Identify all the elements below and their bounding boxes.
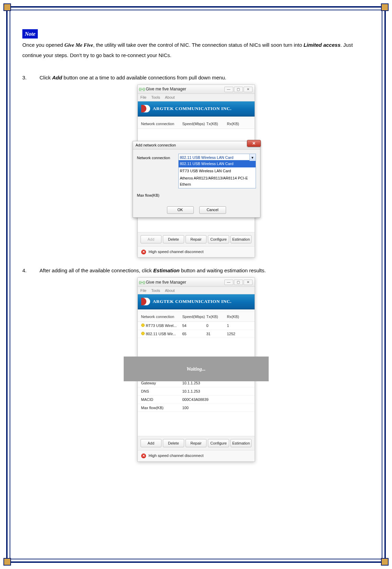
close-button[interactable]: ✕ (244, 87, 253, 92)
figure-1: ((•)) Give me five Manager — ▢ ✕ File To… (22, 85, 370, 258)
corner-ornament (3, 3, 11, 11)
window-title: Give me five Manager (146, 86, 186, 92)
step-4: 4. After adding all of the available con… (22, 266, 370, 275)
page: Note Once you opened Give Me Five, the u… (0, 0, 392, 569)
status-bar: ✕ High speed channel disconnect (138, 450, 255, 461)
close-button[interactable]: ✕ (244, 280, 253, 285)
toolbar: Add Delete Repair Configure Estimation (138, 436, 255, 450)
col-network: Network connection (141, 314, 182, 320)
corner-ornament (381, 558, 389, 566)
dialog-button-row: OK Cancel (133, 205, 260, 217)
menu-about[interactable]: About (165, 94, 175, 101)
col-speed: Speed(Mbps) (182, 314, 206, 320)
estimation-button[interactable]: Estimation (231, 235, 252, 243)
content: Note Once you opened Give Me Five, the u… (22, 29, 370, 462)
table-row[interactable]: 802.11 USB Wir... 65 31 1252 (138, 330, 255, 338)
step-text: Click Add button one at a time to add av… (40, 74, 226, 82)
combo-option[interactable]: Atheros AR8121/AR8113/AR8114 PCI-E Ether… (179, 175, 256, 188)
step-text: After adding all of the available connec… (40, 266, 266, 275)
col-rx: Rx(KB) (227, 121, 248, 127)
waiting-overlay: Waiting... (124, 357, 269, 381)
app-icon: ((•)) (140, 280, 145, 285)
delete-button[interactable]: Delete (163, 439, 184, 447)
note-block: Note Once you opened Give Me Five, the u… (22, 29, 370, 61)
text: button one at a time to add available co… (62, 75, 226, 80)
menu-file[interactable]: File (141, 94, 147, 101)
minimize-button[interactable]: — (224, 87, 233, 92)
info-row: Max flow(KB)100 (138, 404, 255, 412)
info-val: 10.1.1.253 (182, 388, 251, 395)
logo-icon (141, 105, 150, 112)
maximize-button[interactable]: ▢ (234, 87, 243, 92)
brand-banner: ARGTEK COMMUNICATION INC. (138, 101, 255, 117)
estimation-word: Estimation (153, 267, 180, 273)
cell-tx: 0 (206, 322, 227, 329)
add-button[interactable]: Add (141, 439, 162, 447)
table-header: Network connection Speed(Mbps) Tx(KB) Rx… (138, 312, 255, 322)
window-title: Give me five Manager (146, 279, 186, 286)
menu-tools[interactable]: Tools (151, 94, 160, 101)
cell-rx: 1252 (227, 331, 248, 337)
estimation-button[interactable]: Estimation (231, 439, 252, 447)
corner-ornament (3, 558, 11, 566)
table-row[interactable]: RT73 USB Wirel... 54 0 1 (138, 322, 255, 330)
text: Click (40, 75, 52, 80)
info-row: DNS10.1.1.253 (138, 387, 255, 396)
dialog-close-button[interactable]: ✕ (247, 140, 261, 147)
label-max-flow: Max flow(KB) (137, 191, 175, 199)
text: After adding all of the available connec… (40, 267, 153, 273)
corner-ornament (381, 3, 389, 11)
configure-button[interactable]: Configure (208, 235, 229, 243)
col-rx: Rx(KB) (227, 314, 248, 320)
cell-name: 802.11 USB Wir... (146, 332, 176, 336)
info-key: MACID (141, 396, 182, 403)
error-icon: ✕ (141, 453, 146, 458)
brand-text: ARGTEK COMMUNICATION INC. (153, 298, 232, 306)
repair-button[interactable]: Repair (186, 439, 207, 447)
delete-button[interactable]: Delete (163, 235, 184, 243)
menu-file[interactable]: File (141, 287, 147, 294)
text: button and waiting estimation results. (180, 267, 266, 273)
menu-bar: File Tools About (138, 287, 255, 294)
brand-text: ARGTEK COMMUNICATION INC. (153, 105, 232, 113)
cell-name: RT73 USB Wirel... (146, 324, 177, 328)
cancel-button[interactable]: Cancel (199, 206, 226, 214)
chevron-down-icon[interactable]: ▾ (249, 154, 256, 161)
window-titlebar[interactable]: ((•)) Give me five Manager — ▢ ✕ (138, 278, 255, 287)
label-network-connection: Network connection (137, 154, 175, 161)
window-titlebar[interactable]: ((•)) Give me five Manager — ▢ ✕ (138, 85, 255, 94)
maximize-button[interactable]: ▢ (234, 280, 243, 285)
info-key: DNS (141, 388, 182, 395)
menu-tools[interactable]: Tools (151, 287, 160, 294)
add-button[interactable]: Add (141, 235, 162, 243)
col-tx: Tx(KB) (206, 121, 227, 127)
note-paragraph: Once you opened Give Me Five, the utilit… (22, 40, 370, 61)
add-word: Add (52, 75, 62, 80)
col-network: Network connection (141, 121, 182, 127)
minimize-button[interactable]: — (224, 280, 233, 285)
dialog-title[interactable]: Add network connection (133, 141, 260, 150)
combo-option[interactable]: 802.11 USB Wireless LAN Card (179, 160, 256, 167)
step-3: 3. Click Add button one at a time to add… (22, 74, 370, 82)
text: , the utility will take over the control… (93, 42, 304, 48)
error-icon: ✕ (141, 250, 146, 254)
combo-option[interactable]: RT73 USB Wireless LAN Card (179, 167, 256, 175)
status-bar: ✕ High speed channel disconnect (138, 246, 255, 258)
step-number: 3. (22, 74, 30, 82)
figure-1-inner: ((•)) Give me five Manager — ▢ ✕ File To… (137, 85, 255, 258)
info-val: 100 (182, 405, 251, 411)
step-number: 4. (22, 266, 30, 275)
status-text: High speed channel disconnect (149, 249, 204, 255)
ok-button[interactable]: OK (167, 206, 194, 214)
menu-bar: File Tools About (138, 94, 255, 101)
app-icon: ((•)) (140, 87, 145, 92)
table-header: Network connection Speed(Mbps) Tx(KB) Rx… (138, 119, 255, 129)
combo-network-connection[interactable]: 802.11 USB Wireless LAN Card ▾ 802.11 US… (178, 154, 256, 188)
logo-icon (141, 298, 150, 305)
configure-button[interactable]: Configure (208, 439, 229, 447)
menu-about[interactable]: About (165, 287, 175, 294)
repair-button[interactable]: Repair (186, 235, 207, 243)
combo-selected[interactable]: 802.11 USB Wireless LAN Card (179, 154, 256, 160)
cell-tx: 31 (206, 331, 227, 337)
dialog-add-connection: ✕ Add network connection Network connect… (133, 141, 260, 217)
